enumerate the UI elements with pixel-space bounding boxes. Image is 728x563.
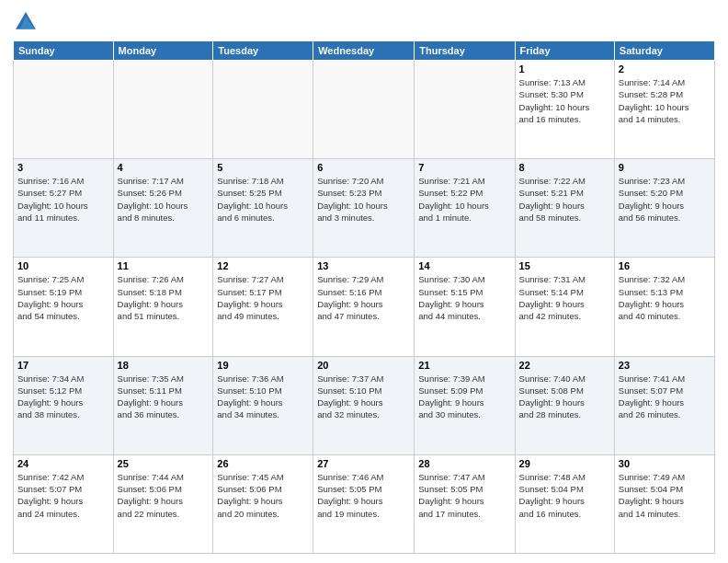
day-number: 18 [118,360,210,371]
day-number: 17 [17,360,109,371]
day-number: 11 [118,260,210,271]
day-number: 20 [317,360,410,371]
day-number: 12 [217,260,309,271]
calendar-cell: 3Sunrise: 7:16 AM Sunset: 5:27 PM Daylig… [14,159,114,258]
weekday-header: Saturday [614,41,714,61]
calendar-cell [313,61,415,159]
logo-icon [13,9,39,35]
calendar-cell: 9Sunrise: 7:23 AM Sunset: 5:20 PM Daylig… [614,159,714,258]
calendar-cell: 24Sunrise: 7:42 AM Sunset: 5:07 PM Dayli… [14,454,114,553]
day-number: 30 [619,458,711,469]
calendar-cell: 27Sunrise: 7:46 AM Sunset: 5:05 PM Dayli… [313,454,415,553]
day-number: 14 [418,260,510,271]
weekday-header: Thursday [415,41,515,61]
calendar-cell: 6Sunrise: 7:20 AM Sunset: 5:23 PM Daylig… [313,159,415,258]
calendar-cell: 7Sunrise: 7:21 AM Sunset: 5:22 PM Daylig… [415,159,515,258]
calendar-cell: 18Sunrise: 7:35 AM Sunset: 5:11 PM Dayli… [113,356,213,454]
day-number: 29 [519,458,610,469]
calendar-cell: 30Sunrise: 7:49 AM Sunset: 5:04 PM Dayli… [614,454,714,553]
day-number: 22 [519,360,610,371]
day-number: 9 [619,162,711,173]
calendar-cell: 26Sunrise: 7:45 AM Sunset: 5:06 PM Dayli… [213,454,313,553]
weekday-header: Tuesday [213,41,313,61]
weekday-header: Sunday [14,41,114,61]
day-number: 10 [17,260,109,271]
day-info: Sunrise: 7:13 AM Sunset: 5:30 PM Dayligh… [519,76,610,125]
calendar-cell: 5Sunrise: 7:18 AM Sunset: 5:25 PM Daylig… [213,159,313,258]
calendar-cell: 10Sunrise: 7:25 AM Sunset: 5:19 PM Dayli… [14,258,114,356]
day-info: Sunrise: 7:16 AM Sunset: 5:27 PM Dayligh… [17,175,109,224]
calendar-cell: 11Sunrise: 7:26 AM Sunset: 5:18 PM Dayli… [113,258,213,356]
calendar-week-row: 17Sunrise: 7:34 AM Sunset: 5:12 PM Dayli… [14,356,715,454]
calendar-cell: 13Sunrise: 7:29 AM Sunset: 5:16 PM Dayli… [313,258,415,356]
day-number: 28 [418,458,510,469]
calendar-cell: 28Sunrise: 7:47 AM Sunset: 5:05 PM Dayli… [415,454,515,553]
day-info: Sunrise: 7:45 AM Sunset: 5:06 PM Dayligh… [217,471,309,520]
calendar-body: 1Sunrise: 7:13 AM Sunset: 5:30 PM Daylig… [14,61,715,554]
day-number: 15 [519,260,610,271]
day-info: Sunrise: 7:18 AM Sunset: 5:25 PM Dayligh… [217,175,309,224]
day-number: 1 [519,63,610,75]
day-number: 7 [418,162,510,173]
calendar-header-row: SundayMondayTuesdayWednesdayThursdayFrid… [14,41,715,61]
day-number: 16 [619,260,711,271]
calendar-cell: 19Sunrise: 7:36 AM Sunset: 5:10 PM Dayli… [213,356,313,454]
day-number: 13 [317,260,410,271]
calendar-cell: 12Sunrise: 7:27 AM Sunset: 5:17 PM Dayli… [213,258,313,356]
day-number: 4 [118,162,210,173]
calendar-cell: 25Sunrise: 7:44 AM Sunset: 5:06 PM Dayli… [113,454,213,553]
calendar-cell [14,61,114,159]
calendar-table: SundayMondayTuesdayWednesdayThursdayFrid… [13,40,715,554]
calendar-cell [415,61,515,159]
day-info: Sunrise: 7:35 AM Sunset: 5:11 PM Dayligh… [118,373,210,421]
day-info: Sunrise: 7:37 AM Sunset: 5:10 PM Dayligh… [317,373,410,421]
calendar-cell: 21Sunrise: 7:39 AM Sunset: 5:09 PM Dayli… [415,356,515,454]
calendar-cell [213,61,313,159]
calendar-week-row: 3Sunrise: 7:16 AM Sunset: 5:27 PM Daylig… [14,159,715,258]
day-info: Sunrise: 7:21 AM Sunset: 5:22 PM Dayligh… [418,175,510,224]
day-info: Sunrise: 7:14 AM Sunset: 5:28 PM Dayligh… [619,76,711,125]
logo [13,9,42,35]
weekday-header: Wednesday [313,41,415,61]
calendar-week-row: 10Sunrise: 7:25 AM Sunset: 5:19 PM Dayli… [14,258,715,356]
calendar-cell: 4Sunrise: 7:17 AM Sunset: 5:26 PM Daylig… [113,159,213,258]
day-info: Sunrise: 7:36 AM Sunset: 5:10 PM Dayligh… [217,373,309,421]
calendar-cell: 20Sunrise: 7:37 AM Sunset: 5:10 PM Dayli… [313,356,415,454]
day-info: Sunrise: 7:20 AM Sunset: 5:23 PM Dayligh… [317,175,410,224]
day-number: 2 [619,63,711,75]
day-number: 8 [519,162,610,173]
day-info: Sunrise: 7:44 AM Sunset: 5:06 PM Dayligh… [118,471,210,520]
calendar-cell: 2Sunrise: 7:14 AM Sunset: 5:28 PM Daylig… [614,61,714,159]
weekday-header: Friday [515,41,614,61]
day-number: 19 [217,360,309,371]
day-number: 25 [118,458,210,469]
calendar-cell: 14Sunrise: 7:30 AM Sunset: 5:15 PM Dayli… [415,258,515,356]
day-number: 21 [418,360,510,371]
header [13,9,715,35]
calendar-week-row: 1Sunrise: 7:13 AM Sunset: 5:30 PM Daylig… [14,61,715,159]
calendar-cell: 23Sunrise: 7:41 AM Sunset: 5:07 PM Dayli… [614,356,714,454]
day-info: Sunrise: 7:17 AM Sunset: 5:26 PM Dayligh… [118,175,210,224]
day-number: 27 [317,458,410,469]
day-info: Sunrise: 7:41 AM Sunset: 5:07 PM Dayligh… [619,373,711,421]
day-info: Sunrise: 7:39 AM Sunset: 5:09 PM Dayligh… [418,373,510,421]
day-number: 23 [619,360,711,371]
day-info: Sunrise: 7:40 AM Sunset: 5:08 PM Dayligh… [519,373,610,421]
day-info: Sunrise: 7:30 AM Sunset: 5:15 PM Dayligh… [418,273,510,322]
day-info: Sunrise: 7:34 AM Sunset: 5:12 PM Dayligh… [17,373,109,421]
day-number: 3 [17,162,109,173]
day-info: Sunrise: 7:29 AM Sunset: 5:16 PM Dayligh… [317,273,410,322]
calendar-cell: 17Sunrise: 7:34 AM Sunset: 5:12 PM Dayli… [14,356,114,454]
day-info: Sunrise: 7:27 AM Sunset: 5:17 PM Dayligh… [217,273,309,322]
day-info: Sunrise: 7:26 AM Sunset: 5:18 PM Dayligh… [118,273,210,322]
day-number: 6 [317,162,410,173]
day-info: Sunrise: 7:22 AM Sunset: 5:21 PM Dayligh… [519,175,610,224]
calendar-week-row: 24Sunrise: 7:42 AM Sunset: 5:07 PM Dayli… [14,454,715,553]
day-info: Sunrise: 7:32 AM Sunset: 5:13 PM Dayligh… [619,273,711,322]
day-info: Sunrise: 7:31 AM Sunset: 5:14 PM Dayligh… [519,273,610,322]
day-info: Sunrise: 7:48 AM Sunset: 5:04 PM Dayligh… [519,471,610,520]
calendar-cell: 15Sunrise: 7:31 AM Sunset: 5:14 PM Dayli… [515,258,614,356]
page: SundayMondayTuesdayWednesdayThursdayFrid… [0,0,728,563]
calendar-cell: 16Sunrise: 7:32 AM Sunset: 5:13 PM Dayli… [614,258,714,356]
calendar-cell: 1Sunrise: 7:13 AM Sunset: 5:30 PM Daylig… [515,61,614,159]
